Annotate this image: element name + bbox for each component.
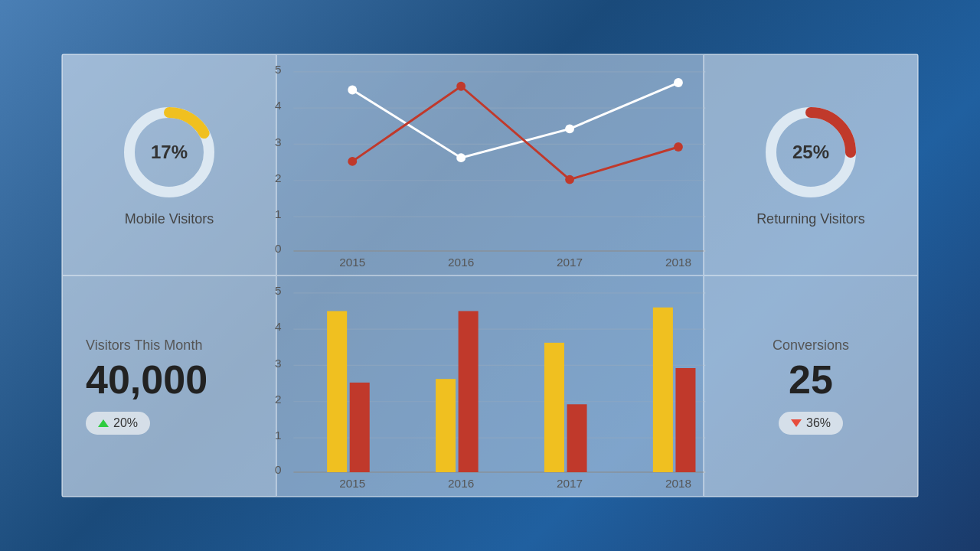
svg-text:1: 1 — [275, 429, 282, 442]
svg-point-24 — [456, 82, 466, 91]
svg-text:2015: 2015 — [339, 477, 365, 490]
returning-visitors-title: Returning Visitors — [756, 211, 865, 227]
svg-text:2018: 2018 — [665, 477, 691, 490]
down-arrow-icon — [791, 419, 802, 427]
visitors-label: Visitors This Month — [86, 337, 202, 354]
mobile-visitors-cell: 17% Mobile Visitors — [62, 54, 276, 276]
visitors-number: 40,000 — [86, 360, 207, 399]
svg-text:5: 5 — [275, 63, 282, 76]
conversions-badge-value: 36% — [806, 416, 831, 430]
bar-chart: 5 4 3 2 1 0 2015 2016 2017 2018 — [262, 284, 714, 492]
bar — [350, 383, 370, 472]
svg-text:3: 3 — [275, 135, 282, 148]
svg-text:2: 2 — [275, 393, 282, 406]
bar-chart-cell: 5 4 3 2 1 0 2015 2016 2017 2018 — [276, 276, 704, 497]
mobile-visitors-title: Mobile Visitors — [125, 211, 214, 227]
returning-visitors-percent: 25% — [792, 142, 829, 163]
svg-text:5: 5 — [275, 284, 282, 297]
conversions-number: 25 — [789, 360, 833, 399]
svg-text:2017: 2017 — [557, 477, 583, 490]
line-chart: 5 4 3 2 1 0 2015 2016 2017 2018 — [262, 63, 714, 271]
svg-text:4: 4 — [275, 320, 282, 333]
svg-point-22 — [674, 78, 683, 87]
conversions-cell: Conversions 25 36% — [704, 276, 918, 497]
svg-text:1: 1 — [275, 207, 282, 220]
returning-visitors-donut: 25% — [761, 103, 861, 202]
visitors-badge: 20% — [86, 412, 150, 435]
svg-text:2017: 2017 — [557, 256, 583, 269]
line-chart-cell: 5 4 3 2 1 0 2015 2016 2017 2018 — [276, 54, 704, 276]
conversions-badge: 36% — [779, 412, 843, 435]
svg-point-25 — [565, 175, 574, 184]
svg-point-21 — [565, 124, 574, 133]
svg-text:3: 3 — [275, 357, 282, 370]
mobile-visitors-donut: 17% — [119, 103, 219, 202]
svg-text:0: 0 — [275, 242, 282, 255]
svg-point-26 — [674, 142, 683, 152]
bar — [327, 311, 347, 472]
svg-point-19 — [348, 86, 357, 95]
dashboard: 17% Mobile Visitors 5 4 3 2 1 0 2015 201… — [61, 54, 919, 497]
bar — [544, 343, 564, 472]
bar — [653, 308, 673, 472]
bar — [458, 311, 478, 472]
svg-text:4: 4 — [275, 99, 282, 112]
bar — [436, 379, 456, 472]
svg-text:2: 2 — [275, 171, 282, 184]
bar — [675, 368, 695, 472]
svg-text:2018: 2018 — [665, 256, 691, 269]
svg-point-23 — [348, 157, 357, 166]
up-arrow-icon — [98, 419, 109, 427]
bar — [567, 404, 586, 472]
visitors-this-month-cell: Visitors This Month 40,000 20% — [62, 276, 276, 497]
conversions-label: Conversions — [773, 337, 849, 354]
returning-visitors-cell: 25% Returning Visitors — [704, 54, 918, 276]
svg-text:2016: 2016 — [448, 477, 474, 490]
svg-point-20 — [456, 153, 466, 162]
visitors-badge-value: 20% — [113, 416, 138, 430]
svg-text:2016: 2016 — [448, 256, 474, 269]
svg-text:2015: 2015 — [339, 256, 365, 269]
mobile-visitors-percent: 17% — [151, 142, 188, 163]
svg-text:0: 0 — [275, 463, 282, 476]
